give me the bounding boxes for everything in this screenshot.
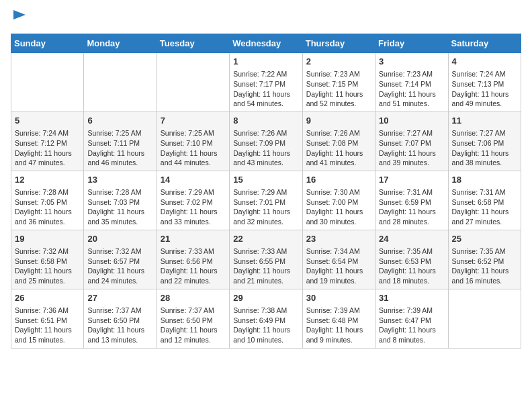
day-number: 4	[452, 56, 517, 68]
calendar-cell: 11Sunrise: 7:27 AM Sunset: 7:06 PM Dayli…	[448, 111, 521, 171]
logo-arrow-icon	[12, 7, 27, 22]
day-info: Sunrise: 7:36 AM Sunset: 6:51 PM Dayligh…	[15, 306, 80, 345]
day-number: 26	[15, 292, 80, 304]
day-number: 7	[161, 115, 226, 127]
day-info: Sunrise: 7:23 AM Sunset: 7:15 PM Dayligh…	[306, 69, 371, 109]
logo	[11, 11, 27, 26]
calendar-cell: 21Sunrise: 7:33 AM Sunset: 6:56 PM Dayli…	[157, 230, 229, 289]
day-info: Sunrise: 7:22 AM Sunset: 7:17 PM Dayligh…	[233, 69, 298, 109]
day-number: 9	[306, 115, 371, 127]
calendar-cell: 9Sunrise: 7:26 AM Sunset: 7:08 PM Daylig…	[302, 111, 375, 171]
day-info: Sunrise: 7:32 AM Sunset: 6:58 PM Dayligh…	[15, 246, 80, 286]
calendar-cell: 17Sunrise: 7:31 AM Sunset: 6:59 PM Dayli…	[375, 171, 448, 230]
day-info: Sunrise: 7:28 AM Sunset: 7:05 PM Dayligh…	[15, 187, 80, 227]
weekday-header-thursday: Thursday	[302, 34, 375, 53]
calendar-cell: 2Sunrise: 7:23 AM Sunset: 7:15 PM Daylig…	[302, 53, 375, 112]
calendar-cell	[448, 289, 521, 348]
day-number: 24	[379, 233, 444, 245]
calendar-cell: 16Sunrise: 7:30 AM Sunset: 7:00 PM Dayli…	[302, 171, 375, 230]
day-info: Sunrise: 7:26 AM Sunset: 7:08 PM Dayligh…	[306, 128, 371, 168]
day-number: 1	[233, 56, 298, 68]
day-number: 28	[161, 292, 226, 304]
day-number: 5	[15, 115, 80, 127]
calendar-cell: 8Sunrise: 7:26 AM Sunset: 7:09 PM Daylig…	[230, 111, 302, 171]
day-info: Sunrise: 7:39 AM Sunset: 6:48 PM Dayligh…	[306, 306, 371, 345]
day-number: 3	[379, 56, 444, 68]
day-info: Sunrise: 7:35 AM Sunset: 6:53 PM Dayligh…	[379, 246, 444, 286]
day-number: 12	[15, 174, 80, 186]
svg-marker-0	[13, 10, 26, 19]
calendar-cell: 24Sunrise: 7:35 AM Sunset: 6:53 PM Dayli…	[375, 230, 448, 289]
day-info: Sunrise: 7:27 AM Sunset: 7:06 PM Dayligh…	[452, 128, 517, 168]
day-info: Sunrise: 7:24 AM Sunset: 7:13 PM Dayligh…	[452, 69, 517, 109]
day-info: Sunrise: 7:37 AM Sunset: 6:50 PM Dayligh…	[87, 306, 152, 345]
day-info: Sunrise: 7:29 AM Sunset: 7:02 PM Dayligh…	[161, 187, 226, 227]
day-info: Sunrise: 7:30 AM Sunset: 7:00 PM Dayligh…	[306, 187, 371, 227]
day-number: 17	[379, 174, 444, 186]
calendar-week-row: 12Sunrise: 7:28 AM Sunset: 7:05 PM Dayli…	[11, 171, 521, 230]
day-info: Sunrise: 7:26 AM Sunset: 7:09 PM Dayligh…	[233, 128, 298, 168]
calendar-week-row: 5Sunrise: 7:24 AM Sunset: 7:12 PM Daylig…	[11, 111, 521, 171]
calendar-cell: 1Sunrise: 7:22 AM Sunset: 7:17 PM Daylig…	[230, 53, 302, 112]
day-number: 2	[306, 56, 371, 68]
day-number: 16	[306, 174, 371, 186]
day-number: 11	[452, 115, 517, 127]
day-number: 6	[87, 115, 152, 127]
weekday-header-friday: Friday	[375, 34, 448, 53]
calendar-cell: 28Sunrise: 7:37 AM Sunset: 6:50 PM Dayli…	[157, 289, 229, 348]
page-header	[11, 11, 521, 26]
day-number: 19	[15, 233, 80, 245]
weekday-header-sunday: Sunday	[11, 34, 84, 53]
day-number: 21	[161, 233, 226, 245]
day-info: Sunrise: 7:25 AM Sunset: 7:10 PM Dayligh…	[161, 128, 226, 168]
weekday-header-monday: Monday	[84, 34, 157, 53]
calendar-cell: 19Sunrise: 7:32 AM Sunset: 6:58 PM Dayli…	[11, 230, 84, 289]
day-number: 18	[452, 174, 517, 186]
calendar-cell: 10Sunrise: 7:27 AM Sunset: 7:07 PM Dayli…	[375, 111, 448, 171]
calendar-cell: 27Sunrise: 7:37 AM Sunset: 6:50 PM Dayli…	[84, 289, 157, 348]
weekday-header-wednesday: Wednesday	[230, 34, 302, 53]
day-info: Sunrise: 7:33 AM Sunset: 6:55 PM Dayligh…	[233, 246, 298, 286]
day-number: 22	[233, 233, 298, 245]
day-info: Sunrise: 7:28 AM Sunset: 7:03 PM Dayligh…	[87, 187, 152, 227]
day-info: Sunrise: 7:33 AM Sunset: 6:56 PM Dayligh…	[161, 246, 226, 286]
day-info: Sunrise: 7:31 AM Sunset: 6:58 PM Dayligh…	[452, 187, 517, 227]
calendar-cell: 3Sunrise: 7:23 AM Sunset: 7:14 PM Daylig…	[375, 53, 448, 112]
calendar-cell: 22Sunrise: 7:33 AM Sunset: 6:55 PM Dayli…	[230, 230, 302, 289]
calendar-week-row: 1Sunrise: 7:22 AM Sunset: 7:17 PM Daylig…	[11, 53, 521, 112]
calendar-cell: 30Sunrise: 7:39 AM Sunset: 6:48 PM Dayli…	[302, 289, 375, 348]
day-number: 15	[233, 174, 298, 186]
day-info: Sunrise: 7:31 AM Sunset: 6:59 PM Dayligh…	[379, 187, 444, 227]
day-number: 8	[233, 115, 298, 127]
calendar-cell: 14Sunrise: 7:29 AM Sunset: 7:02 PM Dayli…	[157, 171, 229, 230]
calendar-week-row: 19Sunrise: 7:32 AM Sunset: 6:58 PM Dayli…	[11, 230, 521, 289]
calendar-cell: 4Sunrise: 7:24 AM Sunset: 7:13 PM Daylig…	[448, 53, 521, 112]
calendar-cell: 26Sunrise: 7:36 AM Sunset: 6:51 PM Dayli…	[11, 289, 84, 348]
calendar-cell	[157, 53, 229, 112]
day-number: 25	[452, 233, 517, 245]
calendar-cell: 18Sunrise: 7:31 AM Sunset: 6:58 PM Dayli…	[448, 171, 521, 230]
calendar-cell: 23Sunrise: 7:34 AM Sunset: 6:54 PM Dayli…	[302, 230, 375, 289]
day-info: Sunrise: 7:39 AM Sunset: 6:47 PM Dayligh…	[379, 306, 444, 345]
calendar-cell	[84, 53, 157, 112]
day-number: 30	[306, 292, 371, 304]
day-number: 27	[87, 292, 152, 304]
day-number: 23	[306, 233, 371, 245]
day-number: 10	[379, 115, 444, 127]
calendar-cell: 6Sunrise: 7:25 AM Sunset: 7:11 PM Daylig…	[84, 111, 157, 171]
day-number: 29	[233, 292, 298, 304]
weekday-header-tuesday: Tuesday	[157, 34, 229, 53]
day-number: 31	[379, 292, 444, 304]
day-info: Sunrise: 7:27 AM Sunset: 7:07 PM Dayligh…	[379, 128, 444, 168]
day-info: Sunrise: 7:29 AM Sunset: 7:01 PM Dayligh…	[233, 187, 298, 227]
calendar-cell: 20Sunrise: 7:32 AM Sunset: 6:57 PM Dayli…	[84, 230, 157, 289]
weekday-header-saturday: Saturday	[448, 34, 521, 53]
day-number: 13	[87, 174, 152, 186]
calendar-cell: 29Sunrise: 7:38 AM Sunset: 6:49 PM Dayli…	[230, 289, 302, 348]
day-number: 14	[161, 174, 226, 186]
day-info: Sunrise: 7:34 AM Sunset: 6:54 PM Dayligh…	[306, 246, 371, 286]
calendar-cell: 25Sunrise: 7:35 AM Sunset: 6:52 PM Dayli…	[448, 230, 521, 289]
day-number: 20	[87, 233, 152, 245]
calendar-table: SundayMondayTuesdayWednesdayThursdayFrid…	[11, 34, 521, 349]
calendar-week-row: 26Sunrise: 7:36 AM Sunset: 6:51 PM Dayli…	[11, 289, 521, 348]
